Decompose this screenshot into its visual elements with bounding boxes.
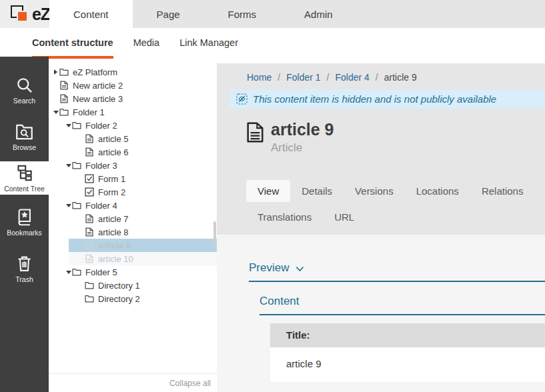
tree-item-label: article 9	[98, 241, 131, 251]
tree-item-label: Form 1	[98, 174, 125, 184]
tree-item-label: Folder 4	[85, 201, 117, 211]
tree-item-label: Directory 1	[98, 281, 140, 291]
tab-versions[interactable]: Versions	[344, 180, 405, 202]
folder-icon	[72, 121, 85, 130]
main-content: Home/Folder 1/Folder 4/article 9 This co…	[217, 63, 545, 392]
sidebar-item-trash[interactable]: Trash	[0, 249, 49, 288]
content-type-label: Article	[271, 141, 334, 155]
tree-item-article-7[interactable]: article 7	[49, 212, 217, 225]
collapse-arrow-icon[interactable]	[65, 267, 72, 277]
tree-item-article-9[interactable]: article 9	[69, 239, 217, 252]
collapse-all-button[interactable]: Collapse all	[169, 379, 211, 388]
sidebar-item-label: Bookmarks	[7, 229, 42, 237]
sidebar-item-search[interactable]: Search	[0, 71, 49, 109]
tree-item-label: New article 2	[73, 81, 123, 91]
tree-item-directory-2[interactable]: Directory 2	[49, 292, 217, 305]
sidebar-item-bookmarks[interactable]: Bookmarks	[0, 203, 49, 241]
content-tree: eZ PlatformNew article 2New article 3Fol…	[49, 65, 217, 305]
breadcrumb-folder-4[interactable]: Folder 4	[336, 72, 370, 83]
top-tab-forms[interactable]: Forms	[204, 0, 281, 28]
content-body: Preview Content Title: article 9	[217, 235, 545, 392]
expand-arrow-icon[interactable]	[53, 69, 59, 75]
folder-icon	[72, 201, 85, 210]
tree-item-article-6[interactable]: article 6	[49, 145, 217, 159]
tree-item-form-2[interactable]: Form 2	[49, 185, 217, 199]
tree-item-label: Folder 5	[85, 267, 117, 277]
sidebar-item-label: Search	[13, 97, 35, 105]
content-title-block: article 9 Article	[247, 121, 545, 155]
page-title: article 9	[271, 121, 334, 139]
folder-icon	[72, 267, 85, 277]
sidebar-item-browse[interactable]: Browse	[0, 117, 49, 156]
breadcrumb-home[interactable]: Home	[247, 72, 271, 83]
collapse-arrow-icon[interactable]	[65, 121, 72, 130]
top-tab-admin[interactable]: Admin	[280, 0, 357, 28]
tree-footer: Collapse all	[49, 373, 217, 392]
collapse-arrow-icon[interactable]	[53, 107, 59, 117]
article-icon	[85, 254, 98, 263]
tree-item-article-8[interactable]: article 8	[49, 225, 217, 239]
breadcrumb-separator: /	[278, 72, 280, 83]
folder-icon	[72, 161, 85, 170]
breadcrumb: Home/Folder 1/Folder 4/article 9	[217, 63, 545, 83]
tree-item-article-5[interactable]: article 5	[49, 132, 217, 145]
app-window: eZ ® ContentPageFormsAdmin Content struc…	[0, 0, 545, 392]
top-tab-page[interactable]: Page	[133, 0, 204, 28]
breadcrumb-article-9: article 9	[384, 72, 417, 83]
tab-locations[interactable]: Locations	[405, 180, 470, 202]
preview-section-header[interactable]: Preview	[249, 261, 545, 282]
top-tab-content[interactable]: Content	[49, 0, 133, 28]
tree-item-label: Folder 1	[73, 107, 105, 117]
collapse-arrow-icon[interactable]	[65, 161, 72, 170]
tree-item-directory-1[interactable]: Directory 1	[49, 279, 217, 292]
content-subnav: Content structureMediaLink Manager	[0, 28, 545, 59]
logo-orange-square	[17, 11, 28, 22]
field-label: Title:	[270, 323, 545, 347]
left-sidebar: SearchBrowseContent TreeBookmarksTrash	[0, 57, 49, 392]
content-tree-panel: eZ PlatformNew article 2New article 3Fol…	[49, 63, 217, 392]
browse-icon	[15, 123, 33, 141]
content-tree-icon	[15, 164, 33, 182]
sidebar-item-label: Content Tree	[4, 185, 45, 193]
content-section-header: Content	[259, 295, 545, 315]
content-header: Home/Folder 1/Folder 4/article 9 This co…	[217, 63, 545, 235]
tab-url[interactable]: URL	[323, 206, 366, 228]
tab-view[interactable]: View	[246, 180, 290, 202]
subnav-tab-media[interactable]: Media	[133, 28, 160, 59]
tree-item-ez-platform[interactable]: eZ Platform	[49, 65, 217, 79]
tree-item-label: article 6	[98, 147, 129, 157]
main-nav: ContentPageFormsAdmin	[49, 0, 357, 28]
search-icon	[15, 76, 33, 94]
collapse-arrow-icon[interactable]	[65, 201, 72, 210]
tree-item-folder-4[interactable]: Folder 4	[49, 199, 217, 212]
folder-icon	[85, 294, 98, 303]
tab-translations[interactable]: Translations	[246, 206, 323, 228]
ez-logo-icon	[11, 5, 31, 23]
subnav-tab-content-structure[interactable]: Content structure	[32, 28, 113, 59]
tree-item-label: Form 2	[98, 187, 125, 197]
breadcrumb-separator: /	[327, 72, 330, 83]
folder-icon	[59, 107, 73, 117]
sidebar-item-label: Trash	[15, 275, 33, 283]
sidebar-item-content-tree[interactable]: Content Tree	[0, 161, 49, 195]
hidden-content-notice: This content item is hidden and is not p…	[229, 89, 545, 109]
breadcrumb-folder-1[interactable]: Folder 1	[286, 72, 320, 83]
logo-text: eZ	[32, 5, 50, 24]
tree-scrollbar-thumb[interactable]	[213, 221, 216, 248]
article-icon	[85, 227, 98, 237]
tree-item-folder-3[interactable]: Folder 3	[49, 159, 217, 172]
tab-details[interactable]: Details	[290, 180, 344, 202]
tree-item-form-1[interactable]: Form 1	[49, 172, 217, 185]
tree-item-folder-5[interactable]: Folder 5	[49, 265, 217, 279]
tab-relations[interactable]: Relations	[470, 180, 535, 202]
bookmarks-icon	[15, 208, 33, 226]
tree-item-new-article-3[interactable]: New article 3	[49, 92, 217, 105]
subnav-tab-link-manager[interactable]: Link Manager	[179, 28, 238, 59]
tree-item-new-article-2[interactable]: New article 2	[49, 79, 217, 92]
tree-item-folder-2[interactable]: Folder 2	[49, 119, 217, 132]
tree-item-label: Directory 2	[98, 294, 140, 304]
field-value: article 9	[270, 347, 545, 382]
tree-item-folder-1[interactable]: Folder 1	[49, 105, 217, 119]
article-icon	[85, 241, 98, 250]
tree-item-article-10[interactable]: article 10	[69, 252, 217, 265]
